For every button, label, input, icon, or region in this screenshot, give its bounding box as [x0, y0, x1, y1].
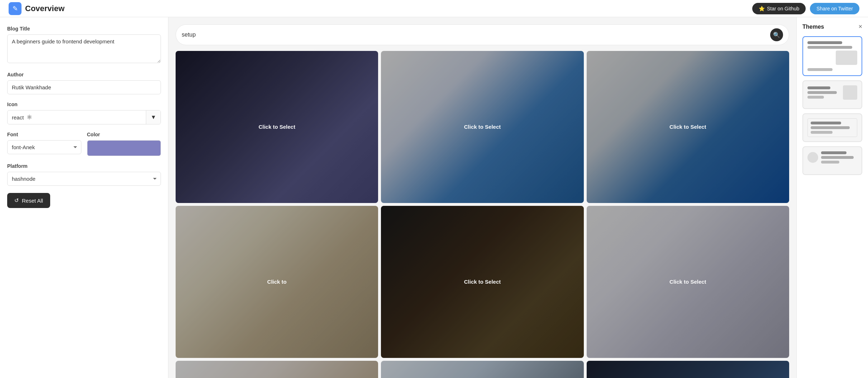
left-sidebar: Blog Title A beginners guide to frontend…	[0, 17, 168, 378]
theme-card-2[interactable]	[802, 80, 862, 109]
font-label: Font	[7, 132, 81, 137]
image-overlay-9: Click to Select	[587, 361, 789, 378]
image-card-7[interactable]: Click to Select	[176, 361, 378, 378]
theme2-line-2	[807, 91, 837, 94]
header-left: ✎ Coverview	[9, 2, 65, 15]
image-label-1: Click to Select	[258, 124, 295, 130]
image-card-8[interactable]: Click to Sel	[381, 361, 583, 378]
platform-select[interactable]: hashnode devto medium	[7, 172, 161, 186]
theme4-line-1	[821, 151, 846, 154]
image-overlay-2: Click to Select	[381, 51, 583, 203]
theme3-line-1	[811, 122, 841, 124]
image-card-1[interactable]: Click to Select	[176, 51, 378, 203]
color-label: Color	[87, 132, 161, 137]
author-input[interactable]	[7, 80, 161, 94]
github-label: Star on Github	[767, 6, 799, 11]
blog-title-input[interactable]: A beginners guide to frontend developmen…	[7, 34, 161, 63]
image-grid: Click to Select Click to Select Click to…	[176, 51, 789, 378]
theme1-line-1	[807, 41, 842, 44]
theme4-line-3	[821, 161, 839, 164]
blog-title-label: Blog Title	[7, 26, 161, 32]
theme4-circle	[807, 152, 818, 163]
twitter-label: Share on Twitter	[816, 6, 853, 11]
theme2-lines	[807, 86, 840, 99]
theme1-image-area	[836, 51, 857, 65]
image-overlay-1: Click to Select	[176, 51, 378, 203]
font-select[interactable]: font-Anek font-Sans font-Mono font-Serif	[7, 140, 81, 154]
theme2-image	[843, 85, 857, 100]
theme1-content	[807, 41, 857, 71]
image-overlay-7: Click to Select	[176, 361, 378, 378]
image-overlay-5: Click to Select	[381, 206, 583, 358]
font-color-row: Font font-Anek font-Sans font-Mono font-…	[7, 132, 161, 156]
icon-label: Icon	[7, 101, 161, 107]
logo-symbol: ✎	[13, 5, 18, 13]
image-overlay-8: Click to Sel	[381, 361, 583, 378]
blog-title-group: Blog Title A beginners guide to frontend…	[7, 26, 161, 65]
header-right: ⭐ Star on Github Share on Twitter	[752, 3, 859, 14]
theme3-line-2	[811, 126, 850, 129]
author-label: Author	[7, 72, 161, 77]
theme3-line-3	[811, 131, 833, 134]
theme-card-1[interactable]	[802, 36, 862, 76]
image-card-6[interactable]: Click to Select	[587, 206, 789, 358]
theme4-line-2	[821, 156, 854, 159]
theme-card-4[interactable]	[802, 146, 862, 175]
theme3-content	[807, 118, 857, 137]
theme-card-3[interactable]	[802, 113, 862, 142]
image-card-3[interactable]: Click to Select	[587, 51, 789, 203]
image-overlay-3: Click to Select	[587, 51, 789, 203]
font-group: Font font-Anek font-Sans font-Mono font-…	[7, 132, 81, 156]
theme4-lines	[821, 151, 857, 164]
icon-text: react	[12, 114, 24, 121]
image-overlay-6: Click to Select	[587, 206, 789, 358]
search-icon: 🔍	[773, 32, 780, 38]
header: ✎ Coverview ⭐ Star on Github Share on Tw…	[0, 0, 868, 17]
platform-label: Platform	[7, 163, 161, 169]
main-layout: Blog Title A beginners guide to frontend…	[0, 17, 868, 378]
themes-title: Themes	[802, 24, 824, 30]
theme1-img-row	[807, 51, 857, 66]
reset-button[interactable]: ↺ Reset All	[7, 193, 50, 208]
logo-icon: ✎	[9, 2, 22, 15]
image-label-5: Click to Select	[464, 279, 501, 285]
image-label-6: Click to Select	[669, 279, 706, 285]
image-label-4: Click to	[267, 279, 287, 285]
color-swatch[interactable]	[87, 140, 161, 156]
theme2-content	[807, 85, 857, 100]
image-label-2: Click to Select	[464, 124, 501, 130]
themes-close-button[interactable]: ×	[858, 23, 862, 30]
reset-label: Reset All	[22, 198, 43, 204]
themes-header: Themes ×	[802, 23, 862, 30]
reset-icon: ↺	[14, 197, 19, 204]
image-card-4[interactable]: Click to	[176, 206, 378, 358]
search-input[interactable]	[182, 32, 770, 38]
star-icon: ⭐	[759, 6, 765, 11]
icon-group: Icon react ⚛ ▼	[7, 101, 161, 124]
image-label-3: Click to Select	[669, 124, 706, 130]
icon-select-wrapper: react ⚛ ▼	[7, 110, 161, 124]
search-bar: 🔍	[176, 24, 789, 45]
image-card-9[interactable]: Click to Select	[587, 361, 789, 378]
image-card-5[interactable]: Click to Select	[381, 206, 583, 358]
theme2-line-1	[807, 86, 830, 89]
search-button[interactable]: 🔍	[770, 28, 783, 41]
theme1-line-2	[807, 46, 852, 49]
react-icon: ⚛	[27, 113, 32, 121]
twitter-button[interactable]: Share on Twitter	[810, 3, 859, 14]
image-overlay-4: Click to	[176, 206, 378, 358]
right-sidebar: Themes ×	[796, 17, 868, 378]
icon-select-dropdown[interactable]: ▼	[146, 110, 161, 124]
platform-group: Platform hashnode devto medium	[7, 163, 161, 186]
chevron-down-icon: ▼	[151, 114, 156, 121]
icon-select-left: react ⚛	[8, 110, 146, 124]
theme2-line-3	[807, 96, 824, 99]
theme1-line-3	[807, 68, 833, 71]
github-button[interactable]: ⭐ Star on Github	[752, 3, 806, 14]
image-card-2[interactable]: Click to Select	[381, 51, 583, 203]
center-content: 🔍 Click to Select Click to Select Click …	[168, 17, 796, 378]
app-title: Coverview	[25, 4, 65, 13]
theme4-content	[807, 151, 857, 164]
author-group: Author	[7, 72, 161, 94]
color-group: Color	[87, 132, 161, 156]
